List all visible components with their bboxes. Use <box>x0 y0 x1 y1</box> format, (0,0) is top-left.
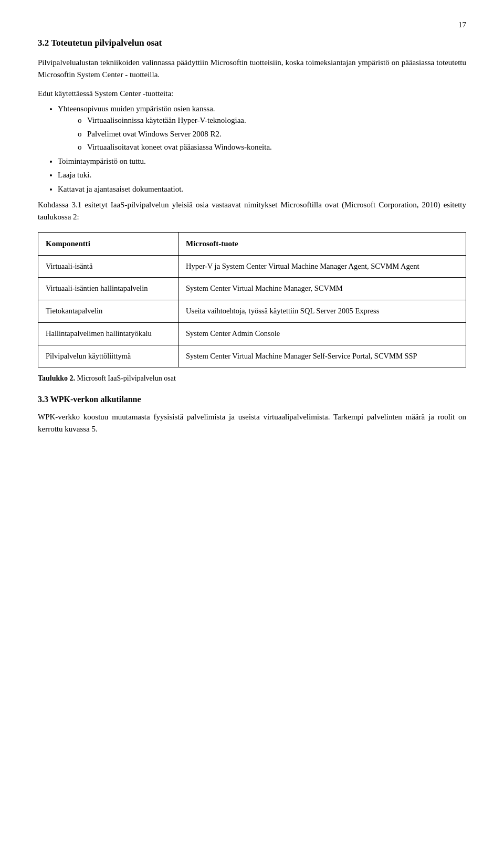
section-heading: 3.2 Toteutetun pilvipalvelun osat <box>38 36 466 50</box>
product-cell-3: Useita vaihtoehtoja, työssä käytettiin S… <box>178 300 466 323</box>
benefit-item-3: Laaja tuki. <box>58 169 466 181</box>
table-caption: Taulukko 2. Microsoft IaaS-pilvipalvelun… <box>38 373 466 384</box>
table-row: Tietokantapalvelin Useita vaihtoehtoja, … <box>38 300 466 323</box>
table-row: Virtuaali-isäntä Hyper-V ja System Cente… <box>38 255 466 278</box>
benefit-item-1-label: Yhteensopivuus muiden ympäristön osien k… <box>58 104 215 113</box>
table-intro-paragraph: Kohdassa 3.1 esitetyt IaaS-pilvipalvelun… <box>38 199 466 223</box>
component-cell-3: Tietokantapalvelin <box>38 300 178 323</box>
benefits-heading: Edut käytettäessä System Center -tuottei… <box>38 88 466 100</box>
table-caption-prefix: Taulukko 2. <box>38 374 75 382</box>
product-cell-2: System Center Virtual Machine Manager, S… <box>178 278 466 300</box>
benefit-item-4: Kattavat ja ajantasaiset dokumentaatiot. <box>58 183 466 195</box>
benefit-item-1: Yhteensopivuus muiden ympäristön osien k… <box>58 103 466 153</box>
col2-header: Microsoft-tuote <box>178 233 466 256</box>
benefit-item-2: Toimintaympäristö on tuttu. <box>58 155 466 167</box>
benefits-list: Yhteensopivuus muiden ympäristön osien k… <box>58 103 466 195</box>
section-33-paragraph: WPK-verkko koostuu muutamasta fyysisistä… <box>38 411 466 435</box>
sub-item-2: Palvelimet ovat Windows Server 2008 R2. <box>78 128 466 140</box>
page-number: 17 <box>38 19 466 31</box>
table-row: Pilvipalvelun käyttöliittymä System Cent… <box>38 345 466 367</box>
sub-item-1: Virtuaalisoinnissa käytetään Hyper-V-tek… <box>78 114 466 127</box>
component-cell-4: Hallintapalvelimen hallintatyökalu <box>38 322 178 345</box>
components-table: Komponentti Microsoft-tuote Virtuaali-is… <box>38 232 466 367</box>
col1-header: Komponentti <box>38 233 178 256</box>
component-cell-2: Virtuaali-isäntien hallintapalvelin <box>38 278 178 300</box>
table-caption-text: Microsoft IaaS-pilvipalvelun osat <box>75 374 176 382</box>
table-header-row: Komponentti Microsoft-tuote <box>38 233 466 256</box>
sub-list-1: Virtuaalisoinnissa käytetään Hyper-V-tek… <box>78 114 466 153</box>
table-row: Hallintapalvelimen hallintatyökalu Syste… <box>38 322 466 345</box>
product-cell-4: System Center Admin Console <box>178 322 466 345</box>
product-cell-1: Hyper-V ja System Center Virtual Machine… <box>178 255 466 278</box>
component-cell-5: Pilvipalvelun käyttöliittymä <box>38 345 178 367</box>
sub-item-3: Virtuaalisoitavat koneet ovat pääasiassa… <box>78 141 466 153</box>
component-cell-1: Virtuaali-isäntä <box>38 255 178 278</box>
intro-paragraph: Pilvipalvelualustan tekniikoiden valinna… <box>38 57 466 80</box>
section-33-heading: 3.3 WPK-verkon alkutilanne <box>38 393 466 406</box>
table-row: Virtuaali-isäntien hallintapalvelin Syst… <box>38 278 466 300</box>
product-cell-5: System Center Virtual Machine Manager Se… <box>178 345 466 367</box>
